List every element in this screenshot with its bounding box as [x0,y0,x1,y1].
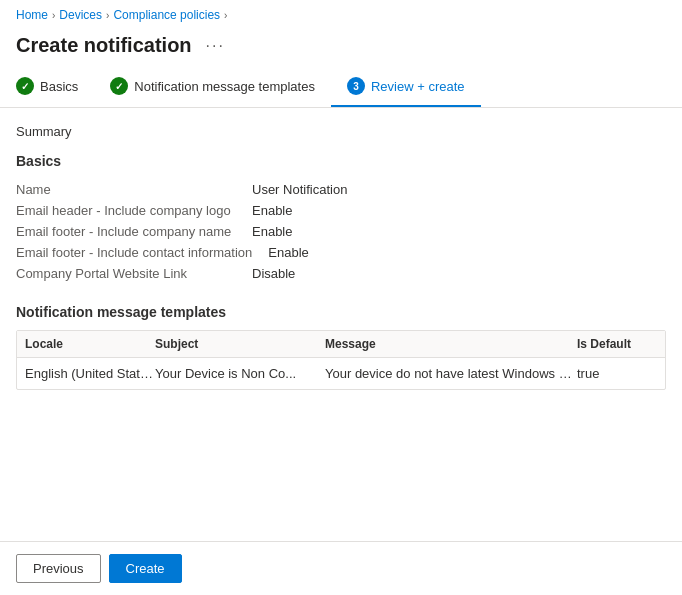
templates-section-title: Notification message templates [16,304,666,320]
basics-check-icon [16,77,34,95]
templates-check-icon [110,77,128,95]
templates-section: Notification message templates Locale Su… [16,304,666,390]
table-row: English (United States) Your Device is N… [17,358,665,389]
field-email-header: Email header - Include company logo Enab… [16,200,666,221]
col-header-default: Is Default [577,337,657,351]
cell-is-default: true [577,366,657,381]
page-title: Create notification [16,34,192,57]
cell-subject: Your Device is Non Co... [155,366,325,381]
create-button[interactable]: Create [109,554,182,583]
breadcrumb-home[interactable]: Home [16,8,48,22]
basics-section-title: Basics [16,153,666,169]
col-header-subject: Subject [155,337,325,351]
table-header: Locale Subject Message Is Default [17,331,665,358]
tab-basics[interactable]: Basics [16,69,94,107]
tab-review[interactable]: 3 Review + create [331,69,481,107]
templates-table: Locale Subject Message Is Default Englis… [16,330,666,390]
tab-review-label: Review + create [371,79,465,94]
col-header-locale: Locale [25,337,155,351]
col-header-message: Message [325,337,577,351]
basics-section: Basics Name User Notification Email head… [16,153,666,284]
breadcrumb-compliance[interactable]: Compliance policies [113,8,220,22]
field-email-footer-contact: Email footer - Include contact informati… [16,242,666,263]
main-content: Summary Basics Name User Notification Em… [0,108,682,460]
review-number-icon: 3 [347,77,365,95]
field-name: Name User Notification [16,179,666,200]
breadcrumb-devices[interactable]: Devices [59,8,102,22]
footer: Previous Create [0,541,682,595]
summary-label: Summary [16,124,666,139]
tab-basics-label: Basics [40,79,78,94]
tab-templates[interactable]: Notification message templates [94,69,331,107]
wizard-tabs: Basics Notification message templates 3 … [0,69,682,108]
tab-templates-label: Notification message templates [134,79,315,94]
cell-locale: English (United States) [25,366,155,381]
more-options-button[interactable]: ··· [200,35,231,57]
field-portal-link: Company Portal Website Link Disable [16,263,666,284]
breadcrumb: Home › Devices › Compliance policies › [0,0,682,30]
previous-button[interactable]: Previous [16,554,101,583]
cell-message: Your device do not have latest Windows 1… [325,366,577,381]
field-email-footer-name: Email footer - Include company name Enab… [16,221,666,242]
page-header: Create notification ··· [0,30,682,69]
